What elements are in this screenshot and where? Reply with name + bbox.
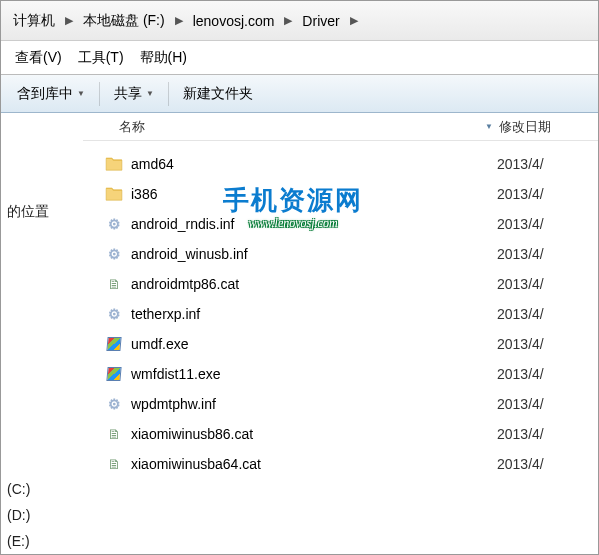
list-item[interactable]: android_winusb.inf2013/4/ — [83, 239, 598, 269]
file-date: 2013/4/ — [497, 306, 598, 322]
file-name: umdf.exe — [131, 336, 497, 352]
sidebar-drive-c[interactable]: (C:) — [7, 481, 83, 497]
toolbar-label: 新建文件夹 — [183, 85, 253, 103]
sidebar: 的位置 (C:) (D:) (E:) — [1, 113, 83, 554]
breadcrumb[interactable]: 计算机 ▶ 本地磁盘 (F:) ▶ lenovosj.com ▶ Driver … — [1, 1, 598, 41]
toolbar-separator — [168, 82, 169, 106]
column-name[interactable]: 名称 ▼ — [119, 118, 499, 136]
chevron-right-icon[interactable]: ▶ — [344, 14, 364, 27]
file-name: amd64 — [131, 156, 497, 172]
file-name: wmfdist11.exe — [131, 366, 497, 382]
cat-icon — [105, 275, 123, 293]
crumb-lenovosj[interactable]: lenovosj.com — [189, 13, 279, 29]
exe-icon — [105, 365, 123, 383]
file-date: 2013/4/ — [497, 366, 598, 382]
column-headers: 名称 ▼ 修改日期 — [83, 113, 598, 141]
toolbar: 含到库中 ▼ 共享 ▼ 新建文件夹 — [1, 75, 598, 113]
toolbar-label: 含到库中 — [17, 85, 73, 103]
list-item[interactable]: umdf.exe2013/4/ — [83, 329, 598, 359]
menu-help[interactable]: 帮助(H) — [140, 49, 187, 67]
file-date: 2013/4/ — [497, 336, 598, 352]
menu-tools[interactable]: 工具(T) — [78, 49, 124, 67]
toolbar-include-library[interactable]: 含到库中 ▼ — [5, 75, 97, 112]
file-name: tetherxp.inf — [131, 306, 497, 322]
sidebar-location-label[interactable]: 的位置 — [7, 203, 83, 221]
file-name: androidmtp86.cat — [131, 276, 497, 292]
file-date: 2013/4/ — [497, 396, 598, 412]
column-date[interactable]: 修改日期 — [499, 118, 598, 136]
file-date: 2013/4/ — [497, 246, 598, 262]
menu-view[interactable]: 查看(V) — [15, 49, 62, 67]
file-name: android_rndis.inf — [131, 216, 497, 232]
cat-icon — [105, 455, 123, 473]
menubar: 查看(V) 工具(T) 帮助(H) — [1, 41, 598, 75]
chevron-down-icon: ▼ — [77, 89, 85, 98]
toolbar-label: 共享 — [114, 85, 142, 103]
inf-icon — [105, 215, 123, 233]
sidebar-drive-e[interactable]: (E:) — [7, 533, 83, 549]
sidebar-drive-d[interactable]: (D:) — [7, 507, 83, 523]
file-name: xiaomiwinusba64.cat — [131, 456, 497, 472]
list-item[interactable]: wmfdist11.exe2013/4/ — [83, 359, 598, 389]
chevron-down-icon: ▼ — [146, 89, 154, 98]
sort-descending-icon: ▼ — [485, 122, 493, 131]
chevron-right-icon[interactable]: ▶ — [59, 14, 79, 27]
exe-icon — [105, 335, 123, 353]
crumb-drive-f[interactable]: 本地磁盘 (F:) — [79, 12, 169, 30]
cat-icon — [105, 425, 123, 443]
file-date: 2013/4/ — [497, 276, 598, 292]
file-date: 2013/4/ — [497, 156, 598, 172]
chevron-right-icon[interactable]: ▶ — [278, 14, 298, 27]
file-date: 2013/4/ — [497, 216, 598, 232]
file-date: 2013/4/ — [497, 186, 598, 202]
list-item[interactable]: tetherxp.inf2013/4/ — [83, 299, 598, 329]
inf-icon — [105, 305, 123, 323]
file-panel: 名称 ▼ 修改日期 amd642013/4/i3862013/4/android… — [83, 113, 598, 554]
list-item[interactable]: androidmtp86.cat2013/4/ — [83, 269, 598, 299]
inf-icon — [105, 245, 123, 263]
file-list[interactable]: amd642013/4/i3862013/4/android_rndis.inf… — [83, 141, 598, 554]
folder-icon — [105, 155, 123, 173]
toolbar-share[interactable]: 共享 ▼ — [102, 75, 166, 112]
file-date: 2013/4/ — [497, 426, 598, 442]
column-name-label: 名称 — [119, 118, 145, 136]
list-item[interactable]: xiaomiwinusba64.cat2013/4/ — [83, 449, 598, 479]
crumb-computer[interactable]: 计算机 — [9, 12, 59, 30]
chevron-right-icon[interactable]: ▶ — [169, 14, 189, 27]
list-item[interactable]: xiaomiwinusb86.cat2013/4/ — [83, 419, 598, 449]
file-name: wpdmtphw.inf — [131, 396, 497, 412]
list-item[interactable]: amd642013/4/ — [83, 149, 598, 179]
file-name: android_winusb.inf — [131, 246, 497, 262]
inf-icon — [105, 395, 123, 413]
content-area: 的位置 (C:) (D:) (E:) 名称 ▼ 修改日期 amd642013/4… — [1, 113, 598, 554]
list-item[interactable]: i3862013/4/ — [83, 179, 598, 209]
file-date: 2013/4/ — [497, 456, 598, 472]
list-item[interactable]: wpdmtphw.inf2013/4/ — [83, 389, 598, 419]
list-item[interactable]: android_rndis.inf2013/4/ — [83, 209, 598, 239]
file-name: i386 — [131, 186, 497, 202]
crumb-driver[interactable]: Driver — [298, 13, 343, 29]
toolbar-separator — [99, 82, 100, 106]
file-name: xiaomiwinusb86.cat — [131, 426, 497, 442]
toolbar-new-folder[interactable]: 新建文件夹 — [171, 75, 265, 112]
folder-icon — [105, 185, 123, 203]
